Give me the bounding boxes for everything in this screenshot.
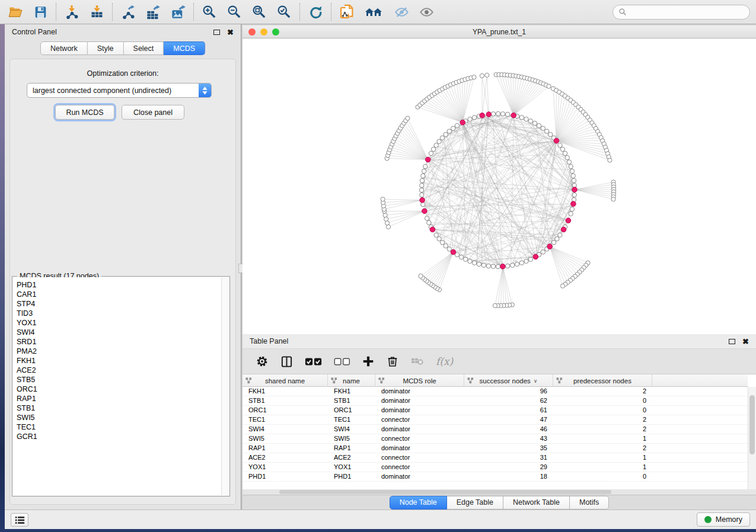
graph-node[interactable] — [608, 158, 612, 162]
table-cell[interactable]: SWI5 — [328, 434, 375, 443]
table-cell[interactable]: ACE2 — [243, 453, 328, 462]
table-cell[interactable]: dominator — [375, 444, 464, 453]
table-row[interactable]: SWI5SWI5connector431 — [243, 434, 748, 444]
graph-node[interactable] — [419, 274, 423, 278]
export-image-icon[interactable] — [170, 4, 186, 20]
mcds-result-item[interactable]: STB1 — [17, 403, 221, 413]
graph-node[interactable] — [491, 264, 495, 268]
table-cell[interactable]: dominator — [375, 387, 464, 396]
select-all-icon[interactable] — [305, 356, 323, 367]
graph-node[interactable] — [528, 119, 532, 123]
graph-node[interactable] — [493, 303, 497, 307]
mcds-result-item[interactable]: YOX1 — [17, 318, 221, 328]
table-cell[interactable]: 43 — [464, 434, 553, 443]
graph-node[interactable] — [406, 116, 410, 120]
table-row[interactable]: RAP1RAP1dominator352 — [243, 444, 748, 453]
table-cell[interactable]: connector — [375, 453, 464, 462]
graph-node[interactable] — [565, 155, 569, 159]
show-all-icon[interactable] — [418, 4, 435, 20]
table-cell[interactable]: STB1 — [328, 396, 375, 405]
mcds-result-item[interactable]: CAR1 — [17, 290, 221, 299]
graph-node[interactable] — [468, 117, 472, 121]
table-vertical-scrollbar[interactable] — [748, 387, 756, 489]
tab-network[interactable]: Network — [40, 41, 88, 55]
graph-node[interactable] — [528, 257, 532, 261]
graph-node[interactable] — [569, 211, 573, 216]
graph-node[interactable] — [447, 129, 451, 133]
export-table-icon[interactable] — [145, 4, 161, 20]
graph-hub-node[interactable] — [422, 209, 428, 214]
table-cell[interactable]: 96 — [464, 387, 553, 396]
show-columns-icon[interactable] — [280, 355, 294, 368]
graph-node[interactable] — [485, 73, 489, 77]
table-row[interactable]: PHD1PHD1dominator180 — [243, 472, 748, 482]
table-cell[interactable]: 1 — [553, 434, 652, 443]
zoom-selected-icon[interactable] — [276, 4, 292, 20]
graph-node[interactable] — [571, 174, 575, 178]
graph-node[interactable] — [472, 116, 476, 120]
table-row[interactable]: YOX1YOX1connector291 — [243, 463, 748, 472]
table-cell[interactable]: ORC1 — [243, 406, 328, 415]
import-table-icon[interactable] — [88, 4, 105, 20]
graph-node[interactable] — [459, 255, 463, 259]
graph-node[interactable] — [506, 112, 510, 116]
table-row[interactable]: FKH1FKH1dominator962 — [243, 387, 748, 396]
table-cell[interactable]: ACE2 — [328, 453, 375, 462]
graph-node[interactable] — [472, 75, 476, 79]
mcds-result-item[interactable]: FKH1 — [17, 356, 221, 366]
tab-network-table[interactable]: Network Table — [503, 496, 570, 509]
graph-node[interactable] — [385, 221, 389, 225]
mcds-list-scrollbar[interactable] — [221, 277, 229, 495]
graph-node[interactable] — [551, 241, 556, 245]
graph-node[interactable] — [515, 262, 519, 266]
graph-node[interactable] — [434, 233, 438, 237]
graph-node[interactable] — [455, 123, 459, 127]
table-horizontal-scrollbar[interactable] — [243, 489, 756, 495]
graph-node[interactable] — [569, 164, 573, 168]
table-cell[interactable]: YOX1 — [328, 463, 375, 472]
delete-column-icon[interactable] — [386, 355, 399, 368]
graph-node[interactable] — [560, 147, 564, 151]
network-canvas[interactable] — [243, 39, 756, 334]
mcds-result-item[interactable]: RAP1 — [17, 394, 221, 403]
table-cell[interactable]: 2 — [553, 415, 652, 424]
table-cell[interactable]: dominator — [375, 425, 464, 434]
graph-node[interactable] — [547, 84, 551, 88]
graph-node[interactable] — [451, 126, 455, 130]
deselect-all-icon[interactable] — [334, 357, 350, 366]
graph-hub-node[interactable] — [547, 244, 553, 249]
column-header-name[interactable]: name — [328, 374, 375, 387]
column-header-shared-name[interactable]: shared name — [243, 374, 328, 387]
table-cell[interactable]: 35 — [464, 444, 553, 453]
table-cell[interactable]: STB1 — [243, 396, 328, 405]
graph-hub-node[interactable] — [533, 254, 538, 259]
graph-node[interactable] — [545, 129, 549, 133]
graph-hub-node[interactable] — [572, 187, 578, 193]
mcds-result-item[interactable]: PHD1 — [17, 280, 221, 290]
graph-node[interactable] — [558, 233, 562, 237]
graph-node[interactable] — [420, 178, 424, 182]
float-panel-icon[interactable] — [213, 30, 220, 35]
table-cell[interactable]: SWI4 — [328, 425, 375, 434]
graph-hub-node[interactable] — [511, 113, 516, 118]
table-cell[interactable]: RAP1 — [243, 444, 328, 453]
table-cell[interactable]: YOX1 — [243, 463, 328, 472]
graph-node[interactable] — [420, 193, 424, 197]
table-cell[interactable]: dominator — [375, 396, 464, 405]
table-row[interactable]: SWI4SWI4dominator462 — [243, 425, 748, 434]
search-input[interactable] — [627, 8, 739, 16]
graph-node[interactable] — [421, 174, 425, 178]
graph-node[interactable] — [611, 197, 615, 201]
open-file-icon[interactable] — [7, 4, 24, 20]
table-cell[interactable]: connector — [375, 434, 464, 443]
table-cell[interactable]: 2 — [553, 387, 652, 396]
table-cell[interactable]: 29 — [464, 463, 553, 472]
network-graph[interactable] — [243, 39, 756, 334]
graph-node[interactable] — [519, 116, 524, 120]
mcds-result-item[interactable]: ORC1 — [17, 384, 221, 394]
save-session-icon[interactable] — [32, 4, 49, 20]
graph-node[interactable] — [477, 262, 481, 266]
graph-node[interactable] — [472, 261, 476, 265]
graph-node[interactable] — [541, 250, 545, 254]
first-neighbors-icon[interactable] — [363, 4, 385, 20]
